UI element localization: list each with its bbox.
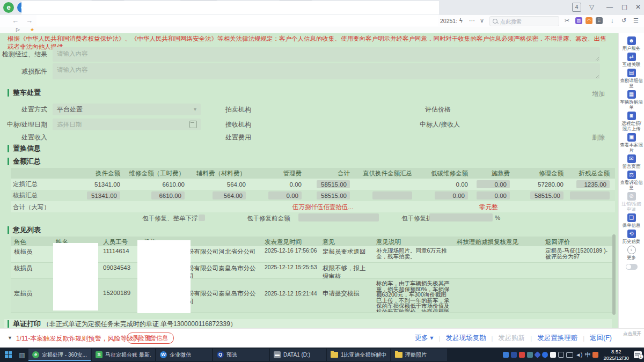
inspection-result-textarea[interactable]: 请输入内容 [53,47,600,62]
taskbar-app-label: 1比亚迪全损拆解中... [341,351,386,359]
skin-icon[interactable]: ▽ [589,3,594,11]
back-button[interactable]: 返回(F) [590,334,612,343]
resize-handle[interactable] [595,75,599,78]
more-actions-button[interactable]: 更多 ▾ [415,334,434,343]
sidebar-item-message-page[interactable]: ✉ 留言页面 [619,154,644,169]
game-center-icon[interactable]: ◠ [586,17,592,24]
delete-disposal-link[interactable]: 删除 [592,133,605,142]
notification-icon[interactable]: 1 [634,351,642,358]
drive-icon: ▬ [274,351,281,358]
url-more-icon[interactable]: ⋯ [469,17,475,24]
loss-reduction-parts-textarea[interactable]: 请输入内容 [53,63,600,79]
folder-icon [331,352,338,358]
minimize-button[interactable]: — [606,3,613,11]
cell: 0.00 [418,181,473,188]
url-text[interactable]: 20251: [440,18,457,24]
tray-icon-teal[interactable] [527,352,533,358]
disposal-mode-select[interactable]: 平台处置 ▾ [53,104,201,115]
taskbar-app-preselect[interactable]: Q 预选 [213,349,269,361]
sidebar-item-cancel-apply[interactable]: ⊘ 注销/拒赔申请 [619,192,644,212]
bid-date-input[interactable]: 选择日期 [53,119,201,130]
tab-count-badge[interactable]: 4 [572,3,581,12]
browser-360-logo-icon[interactable]: e [3,2,14,13]
download-icon[interactable]: ↓ [611,17,614,24]
apps-grid-icon[interactable]: ⠿ [596,17,603,24]
sidebar-item-history-cases[interactable]: ⟲ 历史赔案 [619,230,644,244]
taskbar-app-claim-browser[interactable]: e 定损处理 - 360安... [28,349,91,361]
tray-icon-blue[interactable] [503,352,509,358]
divider: | [530,335,532,342]
tray-icon-v2[interactable] [550,352,556,358]
tray-icon-navy[interactable] [511,352,517,358]
renew-button[interactable]: 发起购新 [498,334,525,343]
total-amount-chinese[interactable]: 伍万捌仟伍佰壹拾伍... [292,203,353,211]
taskbar-app-wecom[interactable]: W 企业微信 [156,349,212,361]
taskbar-app-wps[interactable]: S 马征定损台账 最新... [92,349,155,361]
tray-icon-wave[interactable] [542,352,548,358]
taskbar-app-drive-d[interactable]: ▬ DATA1 (D:) [270,349,326,361]
calendar-icon[interactable] [189,121,197,128]
sidebar-item-policy-info[interactable]: ❏ 保单信息 [619,213,644,228]
expand-hint[interactable]: 点击展开 [623,331,641,337]
amount-table-header: 换件金额 维修金额（工时费） 辅料费（材料费） 管理费 合计 直供换件金额汇总 … [11,168,615,179]
sidebar-item-label: 互碰关联 [620,62,643,67]
resize-handle[interactable] [595,57,599,61]
volume-icon[interactable]: ◄) [575,352,582,358]
risk-warning-button[interactable]: 风险预警信息 [127,333,174,344]
collapse-arrow-icon[interactable]: ▼ [8,335,12,341]
taskbar-app-folder-byd[interactable]: 1比亚迪全损拆解中... [327,349,390,361]
sidebar-collapse-toggle[interactable] [626,264,638,270]
close-button[interactable]: ✕ [635,3,641,11]
sidebar-toggle-icon[interactable]: ▷ [16,27,20,32]
table-row-loss-total: 定损汇总 51341.00 6610.00 564.00 0.00 58515.… [11,179,615,190]
doc-print-bar: 单证打印 （非正式单证为定损任务未完成时的单证 单号13000001168723… [4,319,612,329]
network-icon[interactable] [566,352,573,358]
forward-icon[interactable]: → [26,17,33,25]
col-header: 人员工号 [100,237,141,246]
add-disposal-link[interactable]: 增加 [592,90,605,99]
tray-icon-flame[interactable] [592,352,598,358]
sidebar-item-lawsuit-info[interactable]: ⚖ 查看诉讼信息 [619,171,644,190]
review-cell [453,263,542,278]
car-list-icon: ▦ [627,90,636,99]
taskbar-clock[interactable]: 8:52 2025/12/30 [603,349,629,361]
lump-sum-checkbox[interactable] [199,215,205,221]
task-view-icon[interactable]: ▥ [16,351,28,359]
lump-sum-discount-input[interactable] [429,213,493,221]
history-undo-icon[interactable]: ↺ [621,17,626,24]
back-icon[interactable]: ← [12,17,19,25]
opinion-row: 核损员 09034543 份有限公司秦皇岛市分公司 2025-12-12 15:… [11,263,614,279]
opinion-cell: 权限不够，报上级审核 [319,263,373,278]
speed-mode-icon[interactable]: ϟ [459,17,463,24]
sidebar-item-remote-photo-upload[interactable]: ◙ 远程定损/照片上传 [619,112,644,131]
sidebar-item-survey-detail[interactable]: ▤ 查勘详细信息 [619,69,644,88]
resurvey-button[interactable]: 发起现场复勘 [445,334,486,343]
usb-icon[interactable] [558,352,564,358]
tray-icon-diamond[interactable] [534,351,541,358]
sidebar-item-user-service[interactable]: ☻ 用户服务 [619,36,644,51]
extension-icon[interactable]: ▧ [575,17,582,24]
menu-icon[interactable]: ☰ [633,17,639,24]
page-scrollbar[interactable] [612,234,616,315]
user-icon: ☻ [627,36,636,45]
screenshot-scissors-icon[interactable]: ✂ [565,17,569,24]
sidebar-item-vehicle-list[interactable]: ▦ 车辆拆解清单 [619,90,644,110]
cell: 51341.00 [71,181,126,188]
sidebar-item-mutual-collision[interactable]: ⇄ 互碰关联 [619,53,644,67]
swap-claim-button[interactable]: 发起置换理赔 [537,334,577,343]
browser-search-input[interactable]: 点此搜索 [489,16,559,26]
url-dropdown-icon[interactable]: ∨ [480,17,484,24]
taskbar-app-folder-photos[interactable]: 理赔照片 [391,349,447,361]
input-method-icon[interactable]: 中 [584,351,590,359]
section-title-amount-summary: 金额汇总 [8,158,41,165]
evaluation-cell [542,263,614,278]
maximize-button[interactable]: ▢ [621,3,627,11]
sidebar-item-more[interactable]: ‹ 更多 [619,246,644,260]
lump-sum-amount-input[interactable] [298,213,379,221]
sidebar-item-case-photos[interactable]: ▣ 查看本案照片 [619,133,644,153]
search-icon [493,19,497,24]
favorites-star-icon[interactable]: ★ [30,27,34,32]
tray-icon-red[interactable] [519,352,525,358]
clock-time: 8:52 [603,349,629,355]
start-button[interactable] [0,348,16,362]
